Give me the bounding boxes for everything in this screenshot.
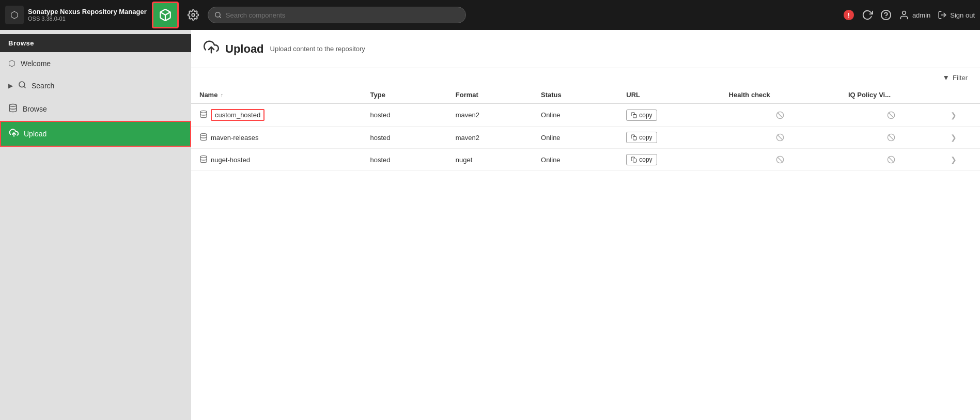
copy-url-button[interactable]: copy bbox=[626, 154, 657, 165]
cell-iq bbox=[840, 103, 942, 127]
user-button[interactable]: admin bbox=[899, 10, 930, 20]
column-header-url[interactable]: URL bbox=[618, 87, 720, 103]
search-input[interactable] bbox=[226, 11, 459, 19]
table-row: nuget-hosted hosted nuget Online copy bbox=[191, 149, 980, 171]
sidebar-item-label-browse: Browse bbox=[23, 105, 47, 113]
browse-icon bbox=[8, 103, 18, 115]
signout-icon bbox=[938, 10, 947, 20]
svg-line-30 bbox=[778, 157, 783, 162]
table-header-row: Name ↑ Type Format Status URL bbox=[191, 87, 980, 103]
cell-health bbox=[721, 103, 840, 127]
upload-nav-button[interactable] bbox=[152, 2, 179, 28]
cell-name: maven-releases bbox=[191, 127, 362, 149]
main-content: Upload Upload content to the repository … bbox=[191, 30, 980, 420]
app-logo: ⬡ Sonatype Nexus Repository Manager OSS … bbox=[5, 6, 147, 24]
sidebar-item-browse[interactable]: Browse bbox=[0, 97, 191, 121]
iq-no-icon bbox=[848, 133, 934, 142]
cell-more: ❯ bbox=[942, 127, 980, 149]
column-header-iq[interactable]: IQ Policy Vi... bbox=[840, 87, 942, 103]
refresh-button[interactable] bbox=[862, 9, 873, 21]
svg-point-12 bbox=[9, 104, 17, 107]
column-header-health[interactable]: Health check bbox=[721, 87, 840, 103]
cell-url: copy bbox=[618, 149, 720, 171]
app-title: Sonatype Nexus Repository Manager bbox=[28, 8, 147, 16]
iq-no-icon bbox=[848, 111, 934, 119]
help-button[interactable] bbox=[880, 9, 892, 21]
repo-name: maven-releases bbox=[211, 134, 259, 142]
svg-line-20 bbox=[889, 113, 893, 117]
row-db-icon bbox=[199, 155, 208, 165]
health-no-icon bbox=[729, 155, 832, 164]
table-row: maven-releases hosted maven2 Online copy bbox=[191, 127, 980, 149]
column-header-format[interactable]: Format bbox=[447, 87, 533, 103]
search-box[interactable] bbox=[208, 7, 466, 23]
layout: Browse ⬡ Welcome ▶ Search Browse bbox=[0, 30, 980, 420]
column-header-more bbox=[942, 87, 980, 103]
cell-type: hosted bbox=[362, 127, 447, 149]
copy-icon bbox=[631, 134, 637, 141]
user-icon bbox=[899, 10, 909, 20]
svg-rect-28 bbox=[633, 159, 637, 163]
main-header: Upload Upload content to the repository bbox=[191, 30, 980, 68]
filter-row: ▼ Filter bbox=[191, 68, 980, 87]
svg-line-11 bbox=[24, 86, 25, 88]
cell-name: custom_hosted bbox=[191, 103, 362, 127]
logo-text: Sonatype Nexus Repository Manager OSS 3.… bbox=[28, 8, 147, 23]
row-expand-arrow[interactable]: ❯ bbox=[951, 133, 957, 142]
repository-table: Name ↑ Type Format Status URL bbox=[191, 87, 980, 171]
sidebar-item-label-upload: Upload bbox=[24, 130, 46, 138]
cell-health bbox=[721, 127, 840, 149]
sidebar-item-welcome[interactable]: ⬡ Welcome bbox=[0, 52, 191, 74]
svg-point-27 bbox=[200, 155, 207, 158]
highlighted-repo-name[interactable]: custom_hosted bbox=[211, 109, 265, 121]
copy-url-button[interactable]: copy bbox=[626, 132, 657, 143]
sidebar-item-label-search: Search bbox=[32, 82, 54, 90]
health-no-icon bbox=[729, 111, 832, 119]
health-no-icon bbox=[729, 133, 832, 142]
copy-icon bbox=[631, 157, 637, 163]
main-header-icon bbox=[204, 39, 219, 58]
iq-no-icon bbox=[848, 155, 934, 164]
main-header-title: Upload bbox=[225, 42, 264, 56]
cell-url: copy bbox=[618, 127, 720, 149]
row-expand-arrow[interactable]: ❯ bbox=[951, 111, 957, 119]
cell-name: nuget-hosted bbox=[191, 149, 362, 171]
cell-format: maven2 bbox=[447, 127, 533, 149]
alert-button[interactable]: ! bbox=[843, 9, 854, 21]
settings-button[interactable] bbox=[184, 6, 203, 24]
search-expand-arrow: ▶ bbox=[8, 82, 13, 89]
cell-type: hosted bbox=[362, 149, 447, 171]
column-header-name[interactable]: Name ↑ bbox=[191, 87, 362, 103]
signout-label: Sign out bbox=[950, 11, 975, 19]
main-header-subtitle: Upload content to the repository bbox=[270, 45, 365, 53]
copy-url-button[interactable]: copy bbox=[626, 110, 657, 121]
sidebar-item-upload[interactable]: Upload bbox=[0, 121, 191, 147]
cell-iq bbox=[840, 149, 942, 171]
column-header-type[interactable]: Type bbox=[362, 87, 447, 103]
cell-more: ❯ bbox=[942, 103, 980, 127]
signout-button[interactable]: Sign out bbox=[938, 10, 975, 20]
cell-status: Online bbox=[533, 127, 618, 149]
row-expand-arrow[interactable]: ❯ bbox=[951, 155, 957, 164]
sidebar: Browse ⬡ Welcome ▶ Search Browse bbox=[0, 30, 191, 420]
cell-url: copy bbox=[618, 103, 720, 127]
filter-button[interactable]: ▼ Filter bbox=[942, 73, 968, 82]
sidebar-section-title: Browse bbox=[0, 34, 191, 52]
column-header-status[interactable]: Status bbox=[533, 87, 618, 103]
sidebar-item-search[interactable]: ▶ Search bbox=[0, 74, 191, 97]
logo-icon: ⬡ bbox=[5, 6, 24, 24]
copy-icon bbox=[631, 112, 637, 118]
svg-line-24 bbox=[778, 135, 783, 139]
svg-line-32 bbox=[889, 157, 893, 162]
cell-status: Online bbox=[533, 149, 618, 171]
svg-point-8 bbox=[903, 11, 906, 15]
cell-type: hosted bbox=[362, 103, 447, 127]
cell-iq bbox=[840, 127, 942, 149]
svg-rect-22 bbox=[633, 137, 637, 141]
cell-format: maven2 bbox=[447, 103, 533, 127]
svg-point-21 bbox=[200, 133, 207, 135]
username-label: admin bbox=[912, 11, 930, 19]
svg-line-3 bbox=[219, 17, 221, 18]
svg-line-18 bbox=[778, 113, 783, 117]
col-name-label: Name bbox=[199, 91, 217, 99]
